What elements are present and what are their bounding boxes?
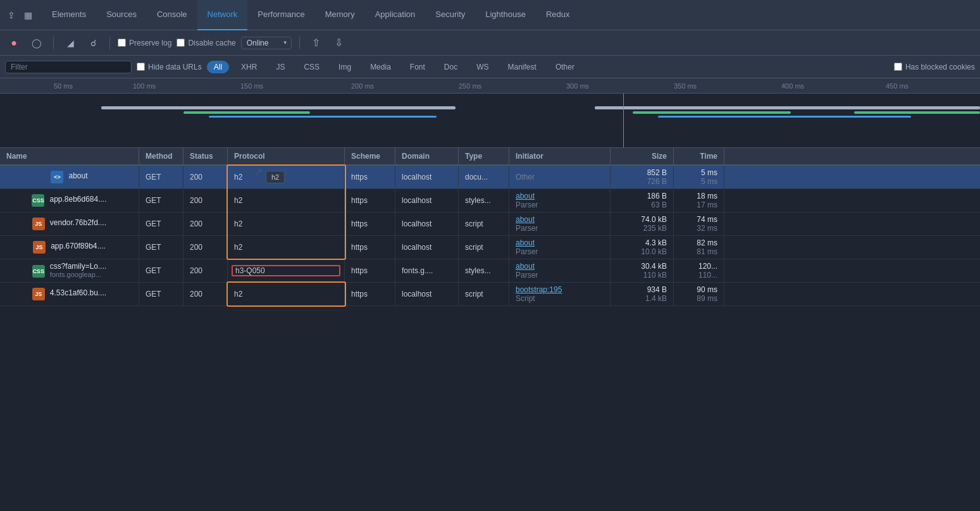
td-name-0: <> about [0,166,139,188]
td-status-5: 200 [183,283,228,305]
name-main-3: app.670f89b4.... [51,242,106,250]
table-row[interactable]: JS vendor.76b2fd.... GET 200 h2 https lo… [0,212,980,236]
ruler-mark-350ms: 350 ms [674,82,697,90]
filter-input[interactable] [5,61,132,73]
timeline-bar-green2 [633,111,791,114]
filter-tag-ws[interactable]: WS [469,61,495,73]
filter-tag-font[interactable]: Font [403,61,432,73]
clear-button[interactable]: ◯ [28,34,46,52]
th-protocol[interactable]: Protocol [228,148,345,164]
filter-bar: Hide data URLs All XHR JS CSS Img Media … [0,56,980,78]
th-type[interactable]: Type [459,148,509,164]
filter-tag-doc[interactable]: Doc [437,61,464,73]
td-time-5: 90 ms 89 ms [674,283,724,305]
td-method-4: GET [139,259,183,282]
file-icon-js-3: JS [33,241,46,254]
filter-tag-css[interactable]: CSS [297,61,326,73]
filter-tag-xhr[interactable]: XHR [234,61,264,73]
table-row[interactable]: CSS css?family=Lo.... fonts.googleap... … [0,259,980,283]
ruler-mark-100ms: 100 ms [133,82,156,90]
tab-application[interactable]: Application [365,0,426,30]
filter-tag-manifest[interactable]: Manifest [501,61,543,73]
td-type-0: docu... [459,166,509,188]
td-method-2: GET [139,212,183,235]
table-row[interactable]: CSS app.8eb6d684.... GET 200 h2 https lo… [0,189,980,212]
td-scheme-3: https [345,236,395,259]
tab-redux[interactable]: Redux [536,0,580,30]
download-button[interactable]: ⇩ [330,34,348,52]
online-select-wrapper[interactable]: Online Offline Slow 3G Fast 3G [241,37,292,49]
tab-performance[interactable]: Performance [247,0,314,30]
upload-button[interactable]: ⇧ [307,34,325,52]
td-domain-2: localhost [395,212,459,235]
timeline-bar-blue1 [209,116,437,118]
online-select[interactable]: Online Offline Slow 3G Fast 3G [241,37,292,49]
timeline-bar-line1 [101,106,456,109]
table-row[interactable]: JS app.670f89b4.... GET 200 h2 https loc… [0,236,980,259]
td-type-1: styles... [459,189,509,212]
filter-tag-other[interactable]: Other [549,61,581,73]
timeline-ruler: 50 ms 100 ms 150 ms 200 ms 250 ms 300 ms… [0,78,980,94]
tab-security[interactable]: Security [425,0,475,30]
td-scheme-5: https [345,283,395,305]
preserve-log-label[interactable]: Preserve log [118,39,171,47]
tab-network[interactable]: Network [197,0,248,30]
filter-icon[interactable]: ◢ [61,34,79,52]
hide-data-urls-checkbox[interactable] [137,63,145,71]
filter-tag-js[interactable]: JS [269,61,292,73]
th-initiator[interactable]: Initiator [509,148,611,164]
table-row[interactable]: <> about GET 200 h2 h2 ↗ https localhost… [0,166,980,189]
td-initiator-3: about Parser [509,236,611,259]
td-domain-1: localhost [395,189,459,212]
tab-memory[interactable]: Memory [315,0,365,30]
ruler-mark-50ms: 50 ms [54,82,73,90]
tab-elements[interactable]: Elements [42,0,96,30]
timeline-bar-blue2 [658,116,911,118]
preserve-log-checkbox[interactable] [118,39,126,47]
tab-console[interactable]: Console [147,0,197,30]
th-status[interactable]: Status [183,148,228,164]
search-icon[interactable]: ☌ [84,34,102,52]
td-name-3: JS app.670f89b4.... [0,236,139,259]
th-size[interactable]: Size [611,148,674,164]
th-scheme[interactable]: Scheme [345,148,395,164]
filter-tag-media[interactable]: Media [363,61,398,73]
disable-cache-checkbox[interactable] [177,39,185,47]
filter-tag-img[interactable]: Img [332,61,358,73]
device-icon[interactable]: ▦ [22,9,34,22]
ruler-mark-300ms: 300 ms [566,82,589,90]
td-name-2: JS vendor.76b2fd.... [0,212,139,235]
td-size-1: 186 B 63 B [611,189,674,212]
td-domain-0: localhost [395,166,459,188]
timeline-graph [0,94,980,148]
td-protocol-3: h2 [228,236,345,259]
name-main-5: 4.53c1af60.bu.... [50,288,106,297]
tab-sources[interactable]: Sources [96,0,147,30]
td-initiator-4: about Parser [509,259,611,282]
th-time[interactable]: Time [674,148,724,164]
hide-data-urls-label[interactable]: Hide data URLs [137,63,202,71]
th-name[interactable]: Name [0,148,139,164]
disable-cache-label[interactable]: Disable cache [177,39,235,47]
td-method-5: GET [139,283,183,305]
cursor-arrow-0: ↗ [254,166,263,178]
td-domain-3: localhost [395,236,459,259]
timeline-bar-line3 [822,106,980,109]
td-initiator-0: Other [509,166,611,188]
td-time-3: 82 ms 81 ms [674,236,724,259]
td-protocol-0: h2 h2 ↗ [228,166,345,188]
file-icon-js-5: JS [32,288,45,300]
td-name-5: JS 4.53c1af60.bu.... [0,283,139,305]
ruler-mark-250ms: 250 ms [459,82,481,90]
table-row[interactable]: JS 4.53c1af60.bu.... GET 200 h2 https lo… [0,283,980,306]
td-initiator-5: bootstrap:195 Script [509,283,611,305]
td-initiator-1: about Parser [509,189,611,212]
record-button[interactable]: ● [5,34,23,52]
name-main-2: vendor.76b2fd.... [50,218,106,227]
cursor-icon[interactable]: ⇪ [5,9,18,22]
th-domain[interactable]: Domain [395,148,459,164]
tab-lighthouse[interactable]: Lighthouse [475,0,536,30]
th-method[interactable]: Method [139,148,183,164]
filter-tag-all[interactable]: All [207,61,229,73]
has-blocked-cookies-checkbox[interactable] [894,63,902,71]
